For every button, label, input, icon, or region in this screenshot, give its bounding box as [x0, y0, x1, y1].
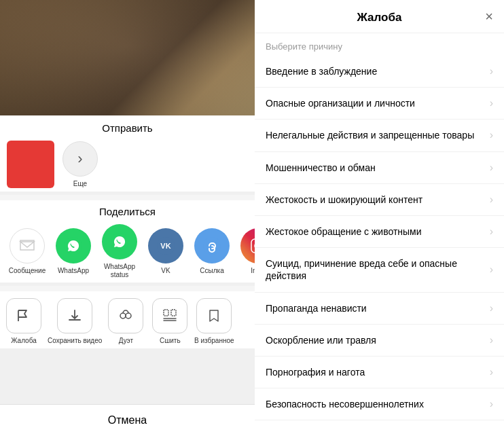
- report-subtitle: Выберите причину: [255, 33, 504, 56]
- close-button[interactable]: ×: [485, 9, 493, 24]
- chevron-right-icon: ›: [490, 97, 493, 109]
- chevron-right-icon: ›: [490, 225, 493, 238]
- chevron-right-icon: ›: [490, 366, 493, 378]
- cancel-button[interactable]: Отмена: [108, 414, 147, 426]
- menu-item-dangerous-orgs[interactable]: Опасные организации и личности ›: [255, 88, 504, 120]
- bookmark-icon: [206, 308, 222, 324]
- report-header: Жалоба ×: [255, 0, 504, 33]
- vk-icon: VK: [148, 228, 183, 264]
- action-duet[interactable]: Дуэт: [105, 298, 146, 345]
- menu-item-text: Введение в заблуждение: [266, 65, 490, 77]
- svg-rect-11: [164, 310, 168, 316]
- instagram-icon: [240, 228, 255, 264]
- whatsapp-status-label: WhatsApp status: [99, 263, 140, 279]
- send-apps-row: › Еще: [0, 141, 255, 188]
- menu-item-text: Пропаганда ненависти: [266, 302, 490, 314]
- instagram-label: Ins...: [251, 267, 255, 275]
- chevron-right-icon: ›: [490, 398, 493, 410]
- divider2: [0, 286, 255, 291]
- cancel-bar: Отмена: [0, 404, 255, 436]
- complaint-label: Жалоба: [11, 337, 36, 345]
- chevron-right-icon: ›: [490, 264, 493, 276]
- right-panel: Жалоба × Выберите причину Введение в заб…: [255, 0, 504, 436]
- action-complaint[interactable]: Жалоба: [3, 298, 44, 345]
- vk-label: VK: [161, 267, 170, 275]
- actions-section: Жалоба Сохранить видео: [0, 291, 255, 348]
- flag-icon-wrap: [6, 298, 41, 333]
- chevron-right-icon: ›: [490, 162, 493, 174]
- menu-item-suicide[interactable]: Суицид, причинение вреда себе и опасные …: [255, 248, 504, 292]
- app-link[interactable]: Ссылка: [192, 228, 232, 275]
- action-sew[interactable]: Сшить: [149, 298, 190, 345]
- menu-item-text: Оскорбление или травля: [266, 334, 490, 346]
- whatsapp-status-icon: [102, 224, 137, 259]
- menu-item-minors[interactable]: Безопасность несовершеннолетних ›: [255, 388, 504, 420]
- divider: [0, 195, 255, 200]
- menu-item-hate[interactable]: Пропаганда ненависти ›: [255, 293, 504, 325]
- chevron-right-icon: ›: [490, 194, 493, 206]
- menu-item-harassment[interactable]: Оскорбление или травля ›: [255, 325, 504, 357]
- bookmark-label: В избранное: [194, 337, 234, 345]
- duet-label: Дуэт: [119, 337, 133, 345]
- chevron-right-icon: ›: [490, 302, 493, 314]
- bookmark-icon-wrap: [196, 298, 232, 333]
- menu-item-text: Жестокое обращение с животными: [266, 225, 490, 238]
- menu-item-animal-abuse[interactable]: Жестокое обращение с животными ›: [255, 216, 504, 248]
- sew-icon: [162, 308, 178, 324]
- flag-icon: [16, 308, 32, 324]
- action-bookmark[interactable]: В избранное: [194, 298, 234, 345]
- svg-marker-0: [20, 242, 34, 247]
- share-apps-row: Сообщение WhatsApp: [0, 224, 255, 279]
- chevron-right-icon: ›: [490, 334, 493, 346]
- save-video-label: Сохранить видео: [48, 337, 102, 345]
- actions-row: Жалоба Сохранить видео: [0, 298, 255, 345]
- send-target-preview: [7, 141, 54, 188]
- app-whatsapp-status[interactable]: WhatsApp status: [99, 224, 140, 279]
- sew-label: Сшить: [160, 337, 181, 345]
- svg-point-9: [120, 313, 126, 319]
- report-menu-list: Введение в заблуждение › Опасные организ…: [255, 56, 504, 436]
- menu-item-misleading[interactable]: Введение в заблуждение ›: [255, 56, 504, 88]
- report-title: Жалоба: [357, 11, 402, 24]
- menu-item-fraud[interactable]: Мошенничество и обман ›: [255, 152, 504, 184]
- share-section: Поделиться Сообщение: [0, 200, 255, 283]
- messages-icon: [10, 228, 45, 264]
- duet-icon: [118, 308, 134, 324]
- chevron-right-icon: ›: [77, 150, 82, 168]
- more-send-icon: ›: [62, 141, 98, 177]
- chevron-right-icon: ›: [490, 65, 493, 77]
- app-vk[interactable]: VK VK: [145, 228, 186, 275]
- messages-label: Сообщение: [9, 267, 46, 275]
- app-instagram[interactable]: Ins...: [238, 228, 255, 275]
- svg-point-10: [126, 313, 131, 319]
- menu-item-text: Нелегальные действия и запрещенные товар…: [266, 129, 490, 141]
- video-thumbnail: [0, 0, 255, 115]
- more-send-label: Еще: [73, 180, 87, 188]
- app-messages[interactable]: Сообщение: [7, 228, 48, 275]
- menu-item-text: Опасные организации и личности: [266, 97, 490, 109]
- left-panel: Отправить › Еще Поделиться: [0, 0, 255, 436]
- download-icon-wrap: [57, 298, 92, 333]
- send-section: Отправить › Еще: [0, 115, 255, 192]
- sew-icon-wrap: [152, 298, 187, 333]
- menu-item-text: Мошенничество и обман: [266, 162, 490, 174]
- app-whatsapp[interactable]: WhatsApp: [53, 228, 94, 275]
- svg-rect-12: [171, 310, 176, 316]
- link-label: Ссылка: [200, 267, 223, 275]
- menu-item-illegal-goods[interactable]: Нелегальные действия и запрещенные товар…: [255, 120, 504, 151]
- menu-item-shocking[interactable]: Жестокость и шокирующий контент ›: [255, 184, 504, 216]
- chevron-right-icon: ›: [490, 129, 493, 141]
- whatsapp-icon: [56, 228, 91, 264]
- more-send-item[interactable]: › Еще: [60, 141, 101, 188]
- menu-item-text: Жестокость и шокирующий контент: [266, 194, 490, 206]
- send-title: Отправить: [0, 122, 255, 134]
- duet-icon-wrap: [108, 298, 143, 333]
- menu-item-text: Суицид, причинение вреда себе и опасные …: [266, 257, 490, 282]
- svg-text:VK: VK: [160, 242, 170, 250]
- whatsapp-label: WhatsApp: [58, 267, 89, 275]
- menu-item-text: Порнография и нагота: [266, 366, 490, 378]
- menu-item-pornography[interactable]: Порнография и нагота ›: [255, 357, 504, 388]
- action-save-video[interactable]: Сохранить видео: [48, 298, 102, 345]
- share-title: Поделиться: [0, 206, 255, 217]
- download-icon: [67, 308, 83, 324]
